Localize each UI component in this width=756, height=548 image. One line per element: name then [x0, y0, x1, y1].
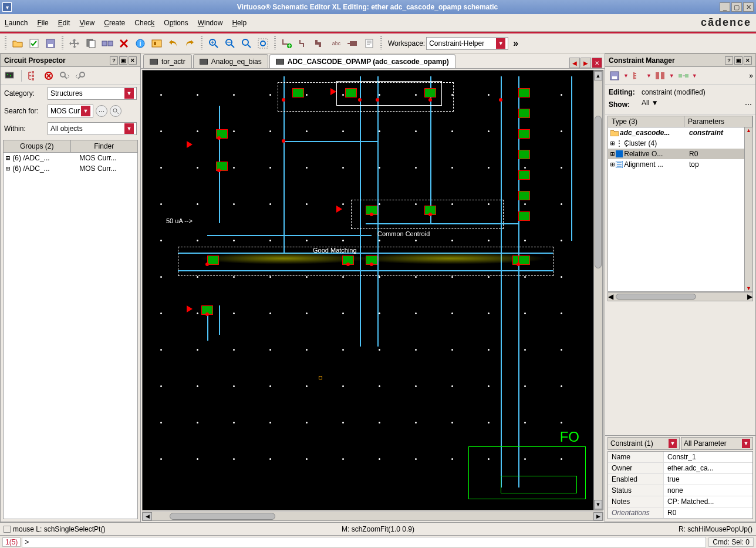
open-icon[interactable]	[10, 36, 25, 51]
prop-value[interactable]: true	[664, 474, 752, 485]
tree-row[interactable]: ⊞ (6) /ADC_... MOS Curr...	[4, 163, 137, 174]
property-row[interactable]: NotesCP: Matched...	[608, 496, 752, 507]
pin-icon[interactable]	[345, 36, 360, 51]
tab-close-button[interactable]: ✕	[592, 58, 602, 68]
search-options-button[interactable]: ⋯	[96, 105, 107, 117]
clear-icon[interactable]	[42, 69, 56, 83]
tree-row[interactable]: adc_cascode... constraint	[608, 127, 752, 138]
panel-close-button[interactable]: ✕	[129, 56, 137, 65]
menu-create[interactable]: Create	[104, 19, 125, 27]
delete-icon[interactable]	[116, 36, 131, 51]
scroll-thumb[interactable]	[170, 513, 275, 520]
expand-icon[interactable]: ⊞	[610, 160, 615, 169]
instance-icon[interactable]	[149, 36, 164, 51]
wire-wide-icon[interactable]	[312, 36, 328, 51]
schematic-canvas[interactable]: 50 uA -->Common CentroidGood MatchingFO …	[142, 70, 603, 510]
redo-icon[interactable]	[182, 36, 197, 51]
property-row[interactable]: Statusnone	[608, 485, 752, 496]
tree-row[interactable]: ⊞ (6) /ADC_... MOS Curr...	[4, 153, 137, 163]
menu-view[interactable]: View	[79, 19, 95, 27]
zoom-selected-icon[interactable]	[255, 36, 271, 51]
column-groups[interactable]: Groups (2)	[4, 140, 71, 152]
dropdown-arrow-icon[interactable]: ▼	[623, 73, 629, 79]
canvas-vscroll[interactable]: ▲ ▼	[593, 70, 603, 510]
scroll-up-button[interactable]: ▲	[594, 71, 602, 80]
dropdown-arrow-icon[interactable]: ▼	[692, 73, 697, 79]
tab-next-button[interactable]: ▶	[580, 58, 591, 68]
note-icon[interactable]	[362, 36, 377, 51]
show-select[interactable]: All ▼	[642, 99, 743, 110]
tree-row[interactable]: ⊞Relative O... R0	[608, 149, 752, 159]
property-row[interactable]: OrientationsR0	[608, 507, 752, 519]
prop-value[interactable]: none	[664, 485, 752, 496]
menu-window[interactable]: Window	[198, 19, 223, 27]
menu-help[interactable]: Help	[232, 19, 247, 27]
minimize-button[interactable]: _	[720, 2, 730, 12]
prop-value[interactable]: CP: Matched...	[664, 496, 752, 507]
save-icon[interactable]	[608, 69, 622, 83]
search-input[interactable]: MOS Cur ▼	[48, 105, 93, 117]
tab-prev-button[interactable]: ◀	[569, 58, 580, 68]
close-button[interactable]: ✕	[743, 2, 754, 12]
message-count[interactable]: 1(5)	[2, 537, 21, 547]
toolbar-overflow[interactable]: »	[513, 38, 518, 49]
parameter-filter-select[interactable]: All Parameter▼	[681, 437, 753, 450]
transfer-icon[interactable]	[676, 69, 690, 83]
tree-hscroll[interactable]: ◀ ▶	[608, 292, 753, 301]
find-next-icon[interactable]	[58, 69, 72, 83]
menu-edit[interactable]: Edit	[58, 19, 70, 27]
toolbar-grip[interactable]	[62, 36, 63, 51]
toolbar-grip[interactable]	[5, 36, 6, 51]
tree-row[interactable]: ⊞Alignment ... top	[608, 159, 752, 170]
zoom-in-icon[interactable]	[206, 36, 221, 51]
find-prev-icon[interactable]	[73, 69, 87, 83]
prop-value[interactable]: R0	[664, 507, 752, 518]
property-row[interactable]: Enabledtrue	[608, 474, 752, 485]
toolbar-grip[interactable]	[380, 36, 382, 51]
undock-button[interactable]: ▣	[734, 56, 743, 65]
menu-file[interactable]: File	[37, 19, 48, 27]
tab-item-active[interactable]: ADC_CASCODE_OPAMP (adc_cascode_opamp)	[269, 54, 455, 68]
properties-icon[interactable]: i	[133, 36, 148, 51]
expand-icon[interactable]: ⊞	[610, 150, 615, 158]
scroll-right-button[interactable]: ▶	[747, 293, 752, 301]
menu-check[interactable]: Check	[134, 19, 154, 27]
workspace-select[interactable]: Constraint-Helper ▼	[426, 37, 508, 50]
stretch-icon[interactable]	[100, 36, 115, 51]
maximize-button[interactable]: ▢	[731, 2, 742, 12]
menu-options[interactable]: Options	[164, 19, 188, 27]
tree-view-icon[interactable]	[26, 69, 40, 83]
scroll-thumb[interactable]	[616, 294, 696, 300]
within-select[interactable]: All objects ▼	[48, 122, 137, 135]
prospector-tree[interactable]: ⊞ (6) /ADC_... MOS Curr... ⊞ (6) /ADC_..…	[3, 153, 138, 519]
toolbar-grip[interactable]	[274, 36, 276, 51]
prop-value[interactable]: ether.adc_ca...	[664, 463, 752, 473]
canvas-hscroll[interactable]: ◀ ▶	[142, 512, 603, 521]
tab-item[interactable]: tor_actr	[143, 54, 192, 68]
members-icon[interactable]	[653, 69, 667, 83]
copy-icon[interactable]	[83, 36, 99, 51]
command-input[interactable]: >	[22, 537, 706, 547]
search-go-button[interactable]	[110, 105, 122, 117]
wire-add-icon[interactable]	[279, 36, 295, 51]
scroll-left-button[interactable]: ◀	[143, 512, 152, 520]
panel-close-button[interactable]: ✕	[744, 56, 752, 65]
property-row[interactable]: Ownerether.adc_ca...	[608, 463, 752, 474]
zoom-out-icon[interactable]	[222, 36, 238, 51]
undo-icon[interactable]	[166, 36, 181, 51]
scroll-left-button[interactable]: ◀	[608, 293, 613, 301]
constraint-filter-select[interactable]: Constraint (1)▼	[608, 437, 680, 450]
column-type[interactable]: Type (3)	[608, 116, 684, 127]
tab-item[interactable]: Analog_eq_bias	[193, 54, 268, 68]
check-save-icon[interactable]	[26, 36, 42, 51]
toolbar-grip[interactable]	[201, 36, 203, 51]
dropdown-arrow-icon[interactable]: ▼	[669, 73, 674, 79]
expand-icon[interactable]: ⊞	[610, 139, 615, 147]
show-options-button[interactable]: ⋯	[745, 100, 752, 109]
column-parameters[interactable]: Parameters	[684, 116, 752, 127]
scroll-thumb[interactable]	[595, 116, 602, 268]
help-button[interactable]: ?	[725, 56, 733, 65]
wire-narrow-icon[interactable]	[296, 36, 311, 51]
move-icon[interactable]	[67, 36, 82, 51]
tree-row[interactable]: ⊞⋮⋮Cluster (4)	[608, 138, 752, 149]
